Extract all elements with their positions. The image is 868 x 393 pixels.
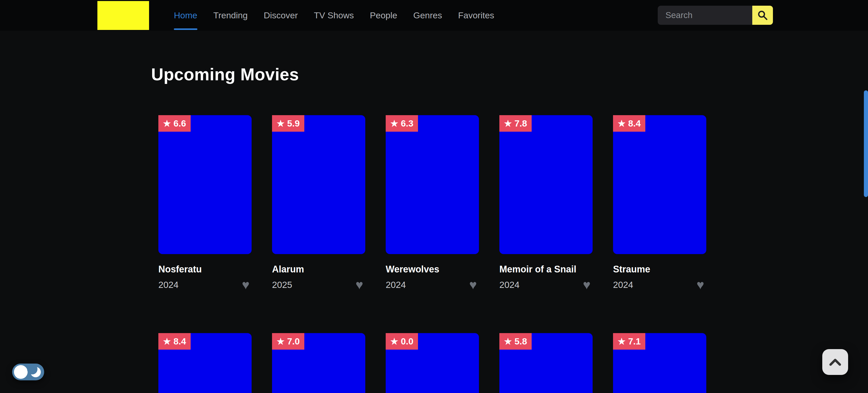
star-icon: ★ — [618, 119, 625, 128]
nav-item-people[interactable]: People — [370, 0, 397, 31]
poster-wrap: ★8.4 — [158, 333, 252, 393]
sun-knob-icon — [14, 365, 28, 379]
movie-year: 2025 — [272, 280, 292, 290]
poster-wrap: ★8.4 — [613, 115, 706, 254]
poster-wrap: ★7.0 — [272, 333, 365, 393]
movie-card[interactable]: ★7.8Memoir of a Snail2024♥ — [499, 115, 593, 291]
poster-wrap: ★6.6 — [158, 115, 252, 254]
nav-item-tv-shows[interactable]: TV Shows — [314, 0, 354, 31]
search-button[interactable] — [752, 6, 773, 25]
navbar: HomeTrendingDiscoverTV ShowsPeopleGenres… — [0, 0, 868, 31]
star-icon: ★ — [390, 337, 398, 346]
card-meta: 2024♥ — [499, 279, 593, 291]
scrollbar-thumb[interactable] — [864, 90, 868, 197]
movie-card[interactable]: ★7.1 — [613, 333, 706, 393]
movie-card[interactable]: ★6.6Nosferatu2024♥ — [158, 115, 252, 291]
rating-badge: ★0.0 — [386, 333, 418, 350]
movie-poster[interactable] — [499, 115, 593, 254]
card-meta: 2025♥ — [272, 279, 365, 291]
rating-value: 8.4 — [173, 336, 186, 347]
rating-badge: ★5.8 — [499, 333, 532, 350]
heart-icon[interactable]: ♥ — [696, 279, 704, 291]
rating-badge: ★6.6 — [158, 115, 191, 132]
movie-card[interactable]: ★5.8 — [499, 333, 593, 393]
star-icon: ★ — [390, 119, 398, 128]
poster-wrap: ★0.0 — [386, 333, 479, 393]
chevron-up-icon — [829, 358, 841, 366]
movie-card[interactable]: ★0.0 — [386, 333, 479, 393]
movie-year: 2024 — [613, 280, 633, 290]
movie-card[interactable]: ★8.4Straume2024♥ — [613, 115, 706, 291]
rating-value: 5.9 — [287, 118, 300, 129]
nav-links: HomeTrendingDiscoverTV ShowsPeopleGenres… — [174, 0, 494, 31]
poster-wrap: ★5.8 — [499, 333, 593, 393]
movie-poster[interactable] — [272, 115, 365, 254]
logo[interactable] — [97, 1, 149, 30]
rating-badge: ★7.8 — [499, 115, 532, 132]
rating-badge: ★8.4 — [613, 115, 645, 132]
movie-title[interactable]: Straume — [613, 264, 706, 275]
movie-card[interactable]: ★6.3Werewolves2024♥ — [386, 115, 479, 291]
search-form — [658, 6, 773, 25]
movie-title[interactable]: Alarum — [272, 264, 365, 275]
rating-badge: ★5.9 — [272, 115, 304, 132]
star-icon: ★ — [504, 337, 512, 346]
star-icon: ★ — [277, 119, 284, 128]
card-meta: 2024♥ — [386, 279, 479, 291]
movie-card[interactable]: ★7.0 — [272, 333, 365, 393]
theme-toggle[interactable] — [12, 364, 44, 380]
nav-item-genres[interactable]: Genres — [413, 0, 442, 31]
poster-wrap: ★5.9 — [272, 115, 365, 254]
star-icon: ★ — [163, 119, 171, 128]
nav-item-discover[interactable]: Discover — [264, 0, 298, 31]
rating-value: 6.3 — [401, 118, 413, 129]
rating-value: 8.4 — [628, 118, 641, 129]
heart-icon[interactable]: ♥ — [242, 279, 250, 291]
card-meta: 2024♥ — [613, 279, 706, 291]
rating-badge: ★8.4 — [158, 333, 191, 350]
movie-grid-row-1: ★6.6Nosferatu2024♥★5.9Alarum2025♥★6.3Wer… — [158, 115, 706, 291]
movie-year: 2024 — [499, 280, 520, 290]
movie-grid-row-2: ★8.4★7.0★0.0★5.8★7.1 — [158, 333, 706, 393]
movie-poster[interactable] — [386, 115, 479, 254]
movie-title[interactable]: Nosferatu — [158, 264, 252, 275]
rating-badge: ★7.1 — [613, 333, 645, 350]
rating-value: 6.6 — [173, 118, 186, 129]
star-icon: ★ — [504, 119, 512, 128]
movie-year: 2024 — [158, 280, 179, 290]
rating-badge: ★6.3 — [386, 115, 418, 132]
movie-year: 2024 — [386, 280, 406, 290]
star-icon: ★ — [163, 337, 171, 346]
nav-item-trending[interactable]: Trending — [213, 0, 248, 31]
poster-wrap: ★6.3 — [386, 115, 479, 254]
search-input[interactable] — [658, 6, 752, 25]
rating-value: 7.0 — [287, 336, 300, 347]
rating-value: 5.8 — [514, 336, 527, 347]
card-meta: 2024♥ — [158, 279, 252, 291]
movie-card[interactable]: ★5.9Alarum2025♥ — [272, 115, 365, 291]
rating-badge: ★7.0 — [272, 333, 304, 350]
movie-title[interactable]: Werewolves — [386, 264, 479, 275]
nav-item-home[interactable]: Home — [174, 0, 197, 31]
poster-wrap: ★7.8 — [499, 115, 593, 254]
heart-icon[interactable]: ♥ — [583, 279, 591, 291]
scroll-top-button[interactable] — [822, 349, 848, 375]
rating-value: 7.1 — [628, 336, 641, 347]
page: HomeTrendingDiscoverTV ShowsPeopleGenres… — [0, 0, 868, 393]
star-icon: ★ — [277, 337, 284, 346]
movie-card[interactable]: ★8.4 — [158, 333, 252, 393]
heart-icon[interactable]: ♥ — [469, 279, 477, 291]
nav-item-favorites[interactable]: Favorites — [458, 0, 494, 31]
search-icon — [757, 9, 768, 21]
star-icon: ★ — [618, 337, 625, 346]
movie-title[interactable]: Memoir of a Snail — [499, 264, 593, 275]
rating-value: 0.0 — [401, 336, 413, 347]
movie-poster[interactable] — [158, 115, 252, 254]
movie-poster[interactable] — [613, 115, 706, 254]
page-title: Upcoming Movies — [151, 65, 299, 84]
heart-icon[interactable]: ♥ — [355, 279, 363, 291]
poster-wrap: ★7.1 — [613, 333, 706, 393]
rating-value: 7.8 — [514, 118, 527, 129]
moon-icon — [30, 367, 41, 377]
